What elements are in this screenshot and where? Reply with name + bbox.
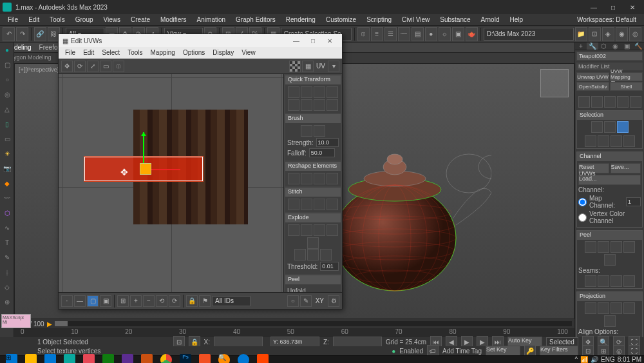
- uv-menu-display[interactable]: Display: [209, 48, 238, 57]
- motion-tab[interactable]: ◉: [609, 43, 621, 50]
- seam-b-button[interactable]: [598, 275, 609, 287]
- uv-menu-file[interactable]: File: [61, 48, 79, 57]
- modify-tab[interactable]: 🔧: [587, 43, 598, 50]
- qt-flip-v-button[interactable]: [327, 99, 338, 111]
- lt-light-icon[interactable]: ☀: [1, 147, 14, 160]
- lt-misc1-icon[interactable]: ◇: [1, 280, 14, 293]
- explode-b-button[interactable]: [301, 224, 312, 236]
- maxscript-listener[interactable]: MAXScript Mi: [1, 314, 31, 328]
- lt-spline-icon[interactable]: ∿: [1, 221, 14, 234]
- uv-freeform-button[interactable]: ▭: [100, 61, 111, 72]
- sel-shrink-button[interactable]: [598, 135, 609, 147]
- qt-align-left-button[interactable]: [288, 86, 299, 98]
- time-slider-track[interactable]: [55, 321, 572, 326]
- rollout-explode[interactable]: Explode: [285, 213, 341, 222]
- brush-paint-button[interactable]: [314, 125, 325, 137]
- lt-spacewarp-icon[interactable]: 〰: [1, 191, 14, 204]
- qt-align-mid-button[interactable]: [301, 99, 312, 111]
- uv-checker-button[interactable]: [289, 61, 301, 72]
- stitch-source-button[interactable]: [301, 199, 312, 210]
- lt-camera-icon[interactable]: 📷: [1, 162, 14, 175]
- explode-c-button[interactable]: [314, 224, 325, 236]
- menu-help[interactable]: Help: [504, 15, 528, 25]
- uv-edge-mode-button[interactable]: —: [74, 295, 86, 307]
- sel-ring-button[interactable]: [611, 135, 622, 147]
- uv-vertex-mode-button[interactable]: ·: [61, 295, 73, 307]
- task-app1[interactable]: [80, 352, 98, 364]
- hierarchy-tab[interactable]: ⬡: [598, 43, 610, 50]
- brush-falloff-spinner[interactable]: 50.0: [309, 148, 335, 157]
- menu-civilview[interactable]: Civil View: [397, 15, 435, 25]
- task-3dsmax[interactable]: [61, 352, 79, 364]
- key-filters-button[interactable]: Key Filters: [540, 346, 578, 356]
- uv-menu-options[interactable]: Options: [179, 48, 209, 57]
- uv-canvas[interactable]: ✥: [59, 74, 284, 292]
- menu-arnold[interactable]: Arnold: [476, 15, 505, 25]
- menu-views[interactable]: Views: [99, 15, 126, 25]
- rollout-projection[interactable]: Projection: [577, 292, 642, 301]
- seam-a-button[interactable]: [585, 275, 596, 287]
- menu-grapheditors[interactable]: Graph Editors: [231, 15, 281, 25]
- menu-modifiers[interactable]: Modifiers: [155, 15, 192, 25]
- rollout-selection[interactable]: Selection: [577, 111, 642, 120]
- uv-mirror-button[interactable]: ⎅: [113, 61, 124, 72]
- menu-scripting[interactable]: Scripting: [361, 15, 397, 25]
- rollout-cmd-peel[interactable]: Peel: [577, 231, 642, 240]
- peel-a-button[interactable]: [585, 241, 596, 253]
- uv-ring-button[interactable]: ⟳: [169, 295, 180, 307]
- project-path-display[interactable]: D:\3ds Max 2023: [484, 28, 574, 41]
- qt-align-center-button[interactable]: [301, 86, 312, 98]
- add-time-tag-label[interactable]: Add Time Tag: [442, 348, 482, 355]
- lt-teapot-icon[interactable]: ●: [1, 43, 14, 56]
- rollout-reshape[interactable]: Reshape Elements: [285, 162, 341, 171]
- proj-box-button[interactable]: [623, 302, 635, 314]
- stitch-avg-button[interactable]: [327, 199, 338, 210]
- lt-sphere-icon[interactable]: ○: [1, 73, 14, 86]
- load-uvws-button[interactable]: Load...: [578, 175, 641, 185]
- lt-box-icon[interactable]: ▢: [1, 58, 14, 71]
- lt-bone-icon[interactable]: ⟊: [1, 266, 14, 279]
- mirror-button[interactable]: ⎅: [357, 27, 370, 41]
- task-app5[interactable]: [196, 352, 214, 364]
- brush-strength-spinner[interactable]: 10.0: [316, 138, 339, 147]
- uv-ids-dropdown[interactable]: All IDs: [212, 296, 251, 306]
- task-search[interactable]: 🔍: [215, 352, 233, 364]
- key-target-dropdown[interactable]: Selected: [546, 337, 578, 346]
- lt-torus-icon[interactable]: ◎: [1, 88, 14, 101]
- seam-d-button[interactable]: [623, 275, 635, 287]
- tool-b-button[interactable]: ◈: [602, 27, 614, 41]
- task-app3[interactable]: [118, 352, 137, 364]
- time-slider-arrow-right-icon[interactable]: ▶: [47, 320, 52, 328]
- qt-align-top-button[interactable]: [288, 99, 299, 111]
- weld-c-button[interactable]: [320, 249, 332, 260]
- save-uvws-button[interactable]: Save...: [611, 163, 641, 173]
- coord-z-field[interactable]: [333, 337, 382, 347]
- workspace-dropdown[interactable]: Workspaces: Default: [572, 15, 641, 25]
- lt-cone-icon[interactable]: △: [1, 103, 14, 115]
- lt-helper-icon[interactable]: ◆: [1, 177, 14, 190]
- uv-selbyelem-button[interactable]: ⊞: [117, 295, 129, 307]
- tool-c-button[interactable]: ◉: [616, 27, 628, 41]
- window-minimize-button[interactable]: —: [585, 1, 603, 13]
- render-frame-button[interactable]: ▣: [452, 27, 464, 41]
- modbtn-opensubdiv[interactable]: OpenSubdiv: [576, 82, 609, 91]
- reshape-relax-button[interactable]: [301, 173, 312, 184]
- modbtn-shell[interactable]: Shell: [610, 82, 643, 91]
- uv-paint-sel-button[interactable]: ✎: [300, 295, 312, 307]
- uv-editor-titlebar[interactable]: ▦ Edit UVWs — □ ✕: [59, 34, 342, 47]
- time-slider-thumb[interactable]: [55, 321, 68, 326]
- reset-uvws-button[interactable]: Reset UVWs: [578, 163, 609, 173]
- seam-c-button[interactable]: [611, 275, 622, 287]
- modbtn-unwrap[interactable]: Unwrap UVW: [576, 72, 609, 81]
- uv-showmap-button[interactable]: ▦: [302, 61, 314, 72]
- viewcube[interactable]: [540, 69, 569, 97]
- uv-options-button[interactable]: ▾: [328, 61, 339, 72]
- uv-close-button[interactable]: ✕: [321, 37, 338, 44]
- peel-b-button[interactable]: [598, 241, 609, 253]
- sel-loop-button[interactable]: [623, 135, 635, 147]
- peel-e-button[interactable]: [604, 254, 616, 266]
- render-setup-button[interactable]: ☼: [439, 27, 451, 41]
- stack-pin-button[interactable]: [578, 96, 590, 108]
- lt-system-icon[interactable]: ⬡: [1, 206, 14, 219]
- qt-align-right-button[interactable]: [314, 86, 325, 98]
